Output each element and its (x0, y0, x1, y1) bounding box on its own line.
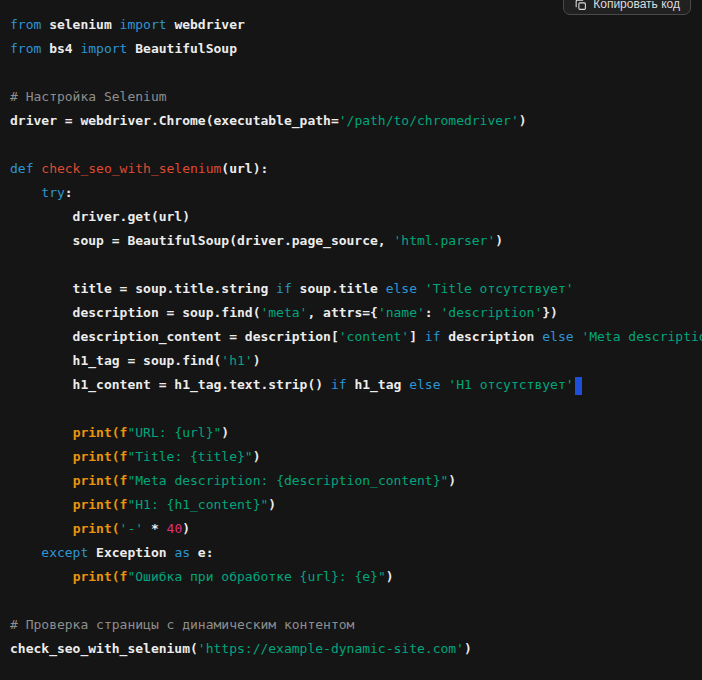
code-line: print(f"H1: {h1_content}") (10, 493, 702, 517)
code-line: print(f"Ошибка при обработке {url}: {e}"… (10, 565, 702, 589)
code-line: try: (10, 181, 702, 205)
code-line: print(f"URL: {url}") (10, 421, 702, 445)
code-line: from selenium import webdriver (10, 13, 702, 37)
copy-code-button[interactable]: Копировать код (563, 0, 691, 15)
code-line: # Проверка страницы с динамическим конте… (10, 613, 702, 637)
code-line: driver = webdriver.Chrome(executable_pat… (10, 109, 702, 133)
code-line: description = soup.find('meta', attrs={'… (10, 301, 702, 325)
code-line (10, 133, 702, 157)
code-line (10, 397, 702, 421)
copy-button-label: Копировать код (593, 0, 680, 10)
code-line: h1_tag = soup.find('h1') (10, 349, 702, 373)
code-line: driver.get(url) (10, 205, 702, 229)
code-line: check_seo_with_selenium('https://example… (10, 637, 702, 661)
code-line: def check_seo_with_selenium(url): (10, 157, 702, 181)
code-line (10, 253, 702, 277)
code-line: description_content = description['conte… (10, 325, 702, 349)
code-line: except Exception as e: (10, 541, 702, 565)
code-block: Копировать код from selenium import webd… (0, 0, 702, 680)
code-line: print(f"Title: {title}") (10, 445, 702, 469)
code-line: h1_content = h1_tag.text.strip() if h1_t… (10, 373, 702, 397)
code-line (10, 589, 702, 613)
typing-cursor (575, 377, 582, 395)
code-line: title = soup.title.string if soup.title … (10, 277, 702, 301)
code-line: from bs4 import BeautifulSoup (10, 37, 702, 61)
code-line: soup = BeautifulSoup(driver.page_source,… (10, 229, 702, 253)
code-line: print('-' * 40) (10, 517, 702, 541)
code-content: from selenium import webdriverfrom bs4 i… (0, 0, 702, 661)
code-line: # Настройка Selenium (10, 85, 702, 109)
copy-icon (574, 0, 587, 11)
code-line: print(f"Meta description: {description_c… (10, 469, 702, 493)
code-line (10, 61, 702, 85)
